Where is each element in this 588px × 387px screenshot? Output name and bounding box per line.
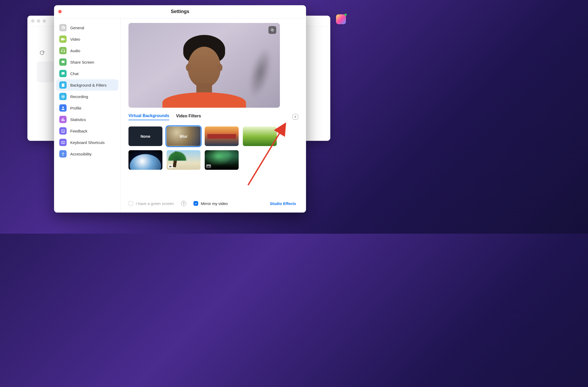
settings-main: Virtual Backgrounds Video Filters None B… (121, 18, 306, 213)
gear-icon (59, 24, 67, 31)
traffic-max[interactable] (43, 19, 46, 23)
sidebar-item-background-filters[interactable]: Background & Filters (56, 79, 118, 91)
video-badge-icon (206, 165, 211, 168)
footer-controls: I have a green screen ? Mirror my video … (128, 194, 298, 213)
background-grid: None Blur (128, 126, 298, 170)
rotate-preview-button[interactable] (268, 26, 276, 34)
chat-icon (59, 70, 67, 77)
green-screen-label: I have a green screen (136, 201, 174, 206)
video-preview (128, 23, 280, 108)
keyboard-icon (59, 139, 67, 146)
bg-tile-label: Blur (180, 134, 187, 138)
svg-point-5 (63, 130, 64, 131)
settings-sidebar: General Video Audio Share Screen Chat Ba… (54, 18, 121, 213)
mirror-video-checkbox[interactable] (193, 201, 198, 206)
headset-icon (59, 47, 67, 54)
sidebar-item-label: Accessibility (70, 152, 92, 156)
green-screen-checkbox[interactable] (128, 201, 133, 206)
sidebar-item-label: Recording (70, 94, 88, 99)
video-badge-icon (168, 165, 173, 168)
feedback-icon (59, 127, 67, 135)
share-icon (59, 58, 67, 66)
bg-tile-label: None (140, 134, 150, 138)
close-icon[interactable] (58, 10, 62, 13)
portrait-icon (59, 81, 67, 89)
add-background-button[interactable] (292, 114, 298, 120)
svg-point-7 (63, 152, 63, 153)
bg-tile-bridge[interactable] (205, 126, 239, 146)
sidebar-item-label: Background & Filters (70, 83, 107, 87)
bg-tile-earth[interactable] (128, 150, 162, 170)
sidebar-item-label: Chat (70, 71, 79, 76)
traffic-lights (31, 19, 46, 23)
traffic-min[interactable] (37, 19, 40, 23)
svg-point-2 (62, 106, 64, 108)
sidebar-item-video[interactable]: Video (56, 33, 118, 45)
bg-tile-grass[interactable] (243, 126, 277, 146)
bg-tile-aurora[interactable] (205, 150, 239, 170)
a11y-icon (59, 150, 67, 158)
traffic-close[interactable] (31, 19, 34, 23)
sidebar-item-profile[interactable]: Profile (56, 102, 118, 114)
bg-tile-none[interactable]: None (128, 126, 162, 146)
sidebar-item-label: General (70, 26, 84, 30)
sidebar-item-label: Audio (70, 49, 80, 53)
app-icon[interactable] (336, 14, 346, 24)
sidebar-item-feedback[interactable]: Feedback (56, 125, 118, 137)
background-tabs: Virtual Backgrounds Video Filters (128, 113, 298, 120)
sidebar-item-general[interactable]: General (56, 22, 118, 33)
profile-icon (59, 104, 67, 112)
sidebar-item-statistics[interactable]: Statistics (56, 114, 118, 125)
sidebar-item-audio[interactable]: Audio (56, 45, 118, 56)
sidebar-item-keyboard-shortcuts[interactable]: Keyboard Shortcuts (56, 137, 118, 148)
settings-window: Settings General Video Audio Share Scree… (54, 5, 306, 213)
window-title: Settings (171, 9, 189, 14)
svg-point-4 (62, 130, 63, 131)
studio-effects-link[interactable]: Studio Effects (270, 201, 296, 206)
sidebar-item-label: Statistics (70, 117, 86, 122)
sidebar-item-label: Share Screen (70, 60, 94, 64)
sidebar-item-label: Profile (70, 106, 81, 110)
sidebar-item-label: Video (70, 37, 80, 41)
mirror-video-label: Mirror my video (201, 201, 228, 206)
sidebar-item-accessibility[interactable]: Accessibility (56, 148, 118, 160)
tab-video-filters[interactable]: Video Filters (176, 114, 201, 120)
svg-point-1 (62, 96, 64, 97)
settings-titlebar: Settings (54, 5, 306, 18)
sidebar-item-label: Feedback (70, 129, 87, 133)
bg-tile-blur[interactable]: Blur (167, 126, 201, 146)
record-icon (59, 93, 67, 100)
tab-virtual-backgrounds[interactable]: Virtual Backgrounds (128, 113, 169, 120)
svg-rect-6 (61, 141, 65, 144)
camera-icon (59, 35, 67, 43)
refresh-icon[interactable] (39, 50, 45, 56)
stats-icon (59, 116, 67, 123)
sidebar-item-recording[interactable]: Recording (56, 91, 118, 102)
help-icon[interactable]: ? (181, 201, 186, 206)
bg-tile-beach[interactable] (167, 150, 201, 170)
sidebar-item-label: Keyboard Shortcuts (70, 140, 105, 145)
sidebar-item-share-screen[interactable]: Share Screen (56, 56, 118, 68)
sidebar-item-chat[interactable]: Chat (56, 68, 118, 79)
